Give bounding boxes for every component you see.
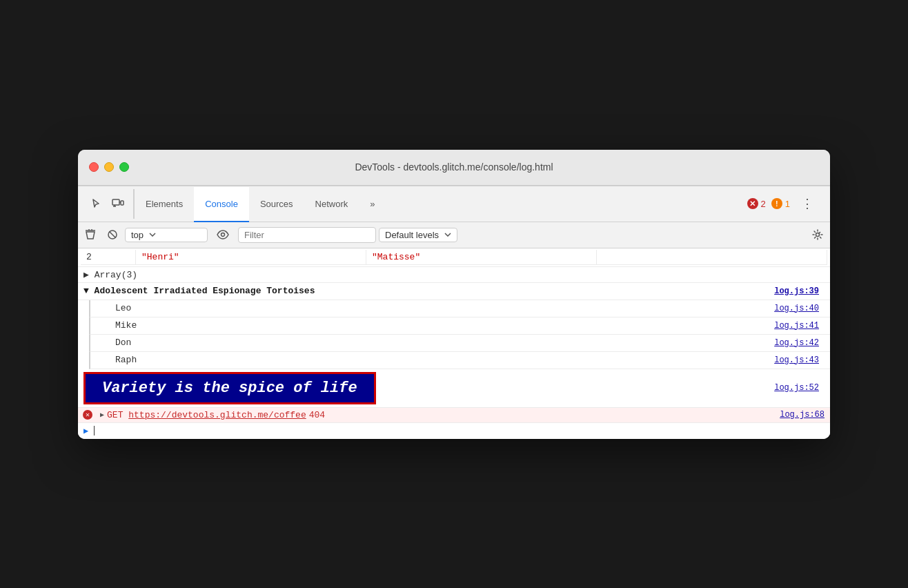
close-button[interactable] bbox=[89, 162, 99, 172]
table-grid: 2 "Henri" "Matisse" bbox=[81, 250, 827, 265]
tab-elements[interactable]: Elements bbox=[135, 187, 194, 222]
group-child-mike-link[interactable]: log.js:41 bbox=[769, 320, 825, 332]
warn-count: 1 bbox=[785, 199, 790, 209]
error-row-icon-area: ✕ bbox=[78, 408, 97, 422]
tab-tools bbox=[81, 194, 133, 213]
cursor bbox=[94, 426, 95, 435]
group-child-don-link[interactable]: log.js:42 bbox=[769, 337, 825, 349]
table-col3 bbox=[597, 250, 827, 264]
error-badge: ✕ 2 bbox=[747, 198, 766, 209]
eye-icon[interactable] bbox=[213, 225, 233, 244]
maximize-button[interactable] bbox=[119, 162, 129, 172]
context-select[interactable]: top bbox=[125, 228, 208, 242]
prompt-row[interactable]: ▶ bbox=[78, 423, 830, 439]
ban-icon[interactable] bbox=[103, 225, 122, 244]
svg-line-10 bbox=[110, 232, 116, 238]
tab-more[interactable]: » bbox=[359, 187, 386, 222]
window-title: DevTools - devtools.glitch.me/console/lo… bbox=[355, 161, 553, 173]
error-url[interactable]: https://devtools.glitch.me/coffee bbox=[128, 410, 306, 420]
table-row: 2 "Henri" "Matisse" bbox=[78, 248, 830, 267]
svg-rect-1 bbox=[121, 201, 124, 205]
table-col2: "Matisse" bbox=[366, 250, 597, 264]
table-index: 2 bbox=[81, 250, 136, 264]
error-method: GET bbox=[107, 410, 123, 420]
error-row-link[interactable]: log.js:68 bbox=[774, 409, 830, 421]
traffic-lights bbox=[89, 162, 129, 172]
error-code: 404 bbox=[309, 410, 325, 420]
svg-marker-5 bbox=[86, 232, 95, 239]
filter-input[interactable] bbox=[238, 227, 376, 243]
error-indicator: ✕ bbox=[83, 410, 92, 420]
console-output: 2 "Henri" "Matisse" ▶ Array(3) ▼ Adolesc… bbox=[78, 248, 830, 439]
clear-console-button[interactable] bbox=[81, 225, 100, 244]
error-icon: ✕ bbox=[747, 198, 758, 209]
error-row-content: ▶ GET https://devtools.glitch.me/coffee … bbox=[97, 408, 774, 422]
error-count: 2 bbox=[761, 199, 766, 209]
svg-point-11 bbox=[221, 233, 225, 237]
devtools-window: DevTools - devtools.glitch.me/console/lo… bbox=[78, 150, 830, 439]
tab-sources[interactable]: Sources bbox=[249, 187, 304, 222]
default-levels-select[interactable]: Default levels bbox=[379, 228, 457, 242]
group-header-link[interactable]: log.js:39 bbox=[769, 285, 825, 297]
device-icon[interactable] bbox=[108, 194, 128, 213]
settings-icon[interactable] bbox=[808, 225, 827, 244]
kebab-menu-button[interactable]: ⋮ bbox=[796, 193, 819, 214]
group-child-leo: Leo log.js:40 bbox=[89, 300, 830, 317]
array-row[interactable]: ▶ Array(3) bbox=[78, 267, 830, 283]
group-child-mike: Mike log.js:41 bbox=[89, 317, 830, 335]
styled-log-row: Variety is the spice of life log.js:52 bbox=[78, 369, 830, 408]
svg-rect-0 bbox=[112, 199, 119, 205]
tab-right: ✕ 2 ! 1 ⋮ bbox=[747, 193, 827, 214]
prompt-arrow: ▶ bbox=[83, 426, 88, 436]
warn-icon: ! bbox=[771, 198, 782, 209]
tab-network[interactable]: Network bbox=[304, 187, 359, 222]
error-row: ✕ ▶ GET https://devtools.glitch.me/coffe… bbox=[78, 408, 830, 423]
group-child-don: Don log.js:42 bbox=[89, 335, 830, 352]
expand-arrow[interactable]: ▶ bbox=[100, 411, 104, 419]
tabs-bar: Elements Console Sources Network » bbox=[78, 186, 830, 222]
table-col1: "Henri" bbox=[136, 250, 366, 264]
tab-console[interactable]: Console bbox=[194, 187, 249, 222]
title-bar: DevTools - devtools.glitch.me/console/lo… bbox=[78, 150, 830, 186]
tabs-list: Elements Console Sources Network » bbox=[135, 186, 386, 222]
console-toolbar: top Default levels bbox=[78, 222, 830, 248]
devtools-panel: Elements Console Sources Network » bbox=[78, 186, 830, 439]
table-row-content: 2 "Henri" "Matisse" bbox=[78, 248, 830, 266]
styled-log-link[interactable]: log.js:52 bbox=[769, 382, 825, 394]
group-header[interactable]: ▼ Adolescent Irradiated Espionage Tortoi… bbox=[78, 283, 830, 300]
group-child-raph: Raph log.js:43 bbox=[89, 352, 830, 369]
group-child-raph-link[interactable]: log.js:43 bbox=[769, 354, 825, 366]
group-child-leo-link[interactable]: log.js:40 bbox=[769, 302, 825, 315]
cursor-icon[interactable] bbox=[86, 194, 106, 213]
styled-log-text: Variety is the spice of life bbox=[83, 372, 376, 404]
minimize-button[interactable] bbox=[104, 162, 114, 172]
warn-badge: ! 1 bbox=[771, 198, 790, 209]
